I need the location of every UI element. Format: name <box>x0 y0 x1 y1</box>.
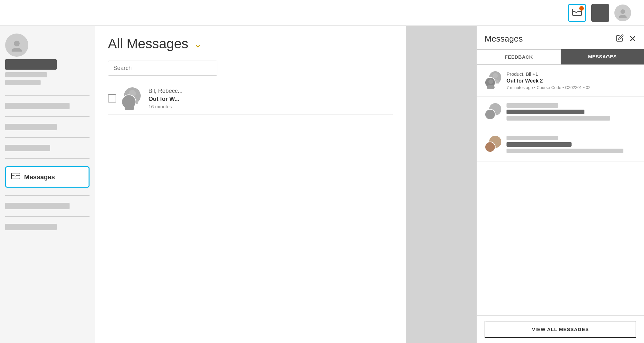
panel-avatar-front-2 <box>485 109 496 120</box>
sidebar-placeholder-2 <box>5 124 57 130</box>
panel-tabs: FEEDBACK MESSAGES <box>477 49 644 65</box>
sidebar-placeholder-5 <box>5 224 57 230</box>
message-time: 16 minutes... <box>148 104 393 109</box>
panel-messages-list: Product, Bil +1 Out for Week 2 7 minutes… <box>477 65 644 315</box>
placeholder-sender-2 <box>507 103 558 108</box>
sidebar-divider-5 <box>5 195 90 196</box>
message-checkbox[interactable] <box>108 94 116 103</box>
svg-point-8 <box>127 98 132 103</box>
svg-point-9 <box>125 105 134 110</box>
sidebar: Messages <box>0 26 95 343</box>
sidebar-divider-6 <box>5 216 90 217</box>
panel-message-item-2[interactable] <box>477 97 644 129</box>
placeholder-subject-3 <box>507 142 572 147</box>
tab-messages[interactable]: MESSAGES <box>561 49 644 64</box>
message-avatar-composite <box>121 87 143 109</box>
panel-message-item-3[interactable] <box>477 129 644 162</box>
message-subject: Out for W... <box>148 96 393 103</box>
profile-avatar <box>5 34 28 57</box>
tab-feedback[interactable]: FEEDBACK <box>477 49 561 64</box>
panel-message-body-1: Product, Bil +1 Out for Week 2 7 minutes… <box>507 71 636 90</box>
panel-footer: VIEW ALL MESSAGES <box>477 315 644 343</box>
sidebar-placeholder-4 <box>5 203 70 209</box>
panel-message-body-3 <box>507 136 636 155</box>
placeholder-sender-3 <box>507 136 558 140</box>
message-info: Bil, Rebecc... Out for W... 16 minutes..… <box>148 88 393 109</box>
panel-header: Messages ✕ <box>477 26 644 44</box>
profile-sub-bar-2 <box>5 80 41 85</box>
panel-avatar-front-3 <box>485 142 496 152</box>
panel-avatar-3 <box>485 136 501 152</box>
notification-dot <box>579 6 584 11</box>
placeholder-meta-3 <box>507 149 623 153</box>
sidebar-item-messages[interactable]: Messages <box>5 166 90 188</box>
panel-message-meta-1: 7 minutes ago • Course Code • C202201 • … <box>507 85 636 90</box>
message-sender: Bil, Rebecc... <box>148 88 393 94</box>
panel-actions: ✕ <box>616 34 636 44</box>
svg-point-1 <box>620 9 625 14</box>
sidebar-divider-3 <box>5 137 90 138</box>
message-list-item[interactable]: Bil, Rebecc... Out for W... 16 minutes..… <box>108 82 393 115</box>
user-avatar-topbar[interactable] <box>614 5 631 21</box>
panel-avatar-2 <box>485 103 501 120</box>
dropdown-arrow-icon[interactable]: ⌄ <box>194 38 202 50</box>
messages-panel: Messages ✕ FEEDBACK MESSAGES <box>477 26 644 343</box>
svg-point-2 <box>619 15 627 18</box>
panel-message-subject-1: Out for Week 2 <box>507 78 636 84</box>
sidebar-profile <box>5 34 90 85</box>
sidebar-divider-4 <box>5 158 90 159</box>
sidebar-messages-label: Messages <box>24 173 55 181</box>
sidebar-placeholder-3 <box>5 145 50 151</box>
sidebar-divider-1 <box>5 95 90 96</box>
top-bar <box>0 0 644 26</box>
svg-point-13 <box>487 85 495 89</box>
profile-name-bar <box>5 59 57 70</box>
messages-sidebar-icon <box>11 172 20 182</box>
messages-header: All Messages ⌄ <box>108 36 393 52</box>
panel-avatar-composite-1 <box>485 71 501 88</box>
overlay-area <box>406 26 477 343</box>
svg-point-3 <box>14 41 20 46</box>
placeholder-meta-2 <box>507 116 610 121</box>
main-layout: Messages All Messages ⌄ <box>0 26 644 343</box>
panel-message-item-1[interactable]: Product, Bil +1 Out for Week 2 7 minutes… <box>477 65 644 97</box>
panel-title: Messages <box>485 34 523 44</box>
search-input[interactable] <box>108 61 217 76</box>
panel-close-button[interactable]: ✕ <box>629 34 636 44</box>
profile-sub-bar-1 <box>5 72 47 77</box>
svg-point-4 <box>12 48 22 52</box>
svg-point-12 <box>488 79 493 84</box>
main-content: All Messages ⌄ <box>95 26 406 343</box>
inbox-button[interactable] <box>568 4 586 22</box>
messages-title: All Messages <box>108 36 188 52</box>
avatar-front <box>121 94 136 109</box>
dark-button[interactable] <box>591 4 609 22</box>
panel-message-sender-1: Product, Bil +1 <box>507 71 636 77</box>
panel-avatar-front-1 <box>485 77 496 88</box>
panel-edit-button[interactable] <box>616 34 624 44</box>
view-all-messages-button[interactable]: VIEW ALL MESSAGES <box>485 321 636 338</box>
sidebar-divider-2 <box>5 116 90 117</box>
placeholder-subject-2 <box>507 110 584 114</box>
panel-message-body-2 <box>507 103 636 122</box>
sidebar-placeholder-1 <box>5 103 70 109</box>
